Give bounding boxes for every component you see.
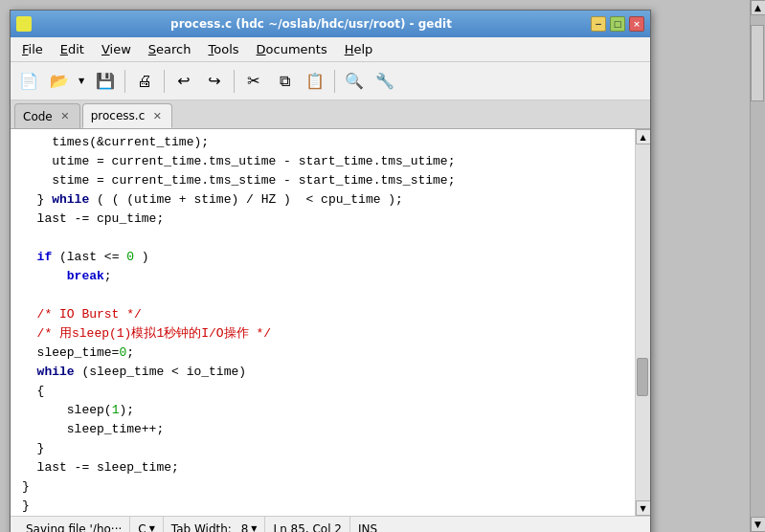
code-line: sleep_time=0;	[22, 344, 623, 363]
code-line: {	[22, 382, 623, 401]
minimize-button[interactable]: −	[591, 16, 606, 32]
code-line: }	[22, 497, 623, 516]
status-position: Ln 85, Col 2	[265, 517, 350, 532]
scroll-track[interactable]	[636, 144, 650, 500]
menu-search[interactable]: Search	[141, 40, 199, 58]
replace-button[interactable]: 🔧	[371, 67, 399, 96]
tab-process[interactable]: process.c ✕	[82, 103, 173, 128]
status-language[interactable]: C ▼	[130, 517, 164, 532]
tab-width-value	[235, 522, 238, 533]
new-button[interactable]: 📄	[14, 67, 43, 96]
language-label: C	[138, 522, 146, 533]
code-line: if (last <= 0 )	[22, 248, 623, 267]
menu-file[interactable]: File	[14, 40, 51, 58]
code-line	[22, 229, 623, 248]
outer-scroll-down[interactable]: ▼	[751, 517, 766, 532]
window-title: process.c (hdc ~/oslab/hdc/usr/root) - g…	[32, 17, 591, 31]
cut-button[interactable]: ✂	[239, 67, 268, 96]
menu-edit[interactable]: Edit	[53, 40, 92, 58]
code-line: stime = current_time.tms_stime - start_t…	[22, 171, 623, 190]
code-line	[22, 286, 623, 305]
code-line: utime = current_time.tms_utime - start_t…	[22, 152, 623, 171]
redo-button[interactable]: ↪	[200, 67, 229, 96]
tab-code-label: Code	[23, 110, 53, 123]
outer-scrollbar: ▲ ▼	[750, 0, 765, 532]
paste-button[interactable]: 📋	[301, 67, 329, 96]
print-button[interactable]: 🖨	[130, 67, 159, 96]
code-line: /* 用sleep(1)模拟1秒钟的I/O操作 */	[22, 324, 623, 344]
tab-width-dropdown-arrow: ▼	[251, 524, 257, 532]
status-mode: INS	[350, 517, 385, 532]
scroll-up-button[interactable]: ▲	[636, 129, 651, 144]
save-button[interactable]: 💾	[91, 67, 120, 96]
menu-documents[interactable]: Documents	[249, 40, 335, 58]
edit-mode: INS	[358, 522, 377, 533]
code-content: times(&current_time); utime = current_ti…	[11, 133, 635, 516]
copy-button[interactable]: ⧉	[270, 67, 299, 96]
code-line: break;	[22, 267, 623, 286]
status-tab-width[interactable]: Tab Width: 8 ▼	[164, 517, 266, 532]
status-saving-text: Saving file '/ho···	[26, 522, 122, 533]
separator-4	[334, 70, 335, 93]
window-controls: − □ ×	[591, 16, 644, 32]
find-button[interactable]: 🔍	[340, 67, 369, 96]
tab-code[interactable]: Code ✕	[14, 103, 80, 128]
open-dropdown[interactable]: ▼	[74, 67, 89, 96]
code-line: }	[22, 439, 623, 458]
code-line: last -= sleep_time;	[22, 458, 623, 477]
close-button[interactable]: ×	[629, 16, 644, 32]
separator-3	[234, 70, 235, 93]
scroll-down-button[interactable]: ▼	[636, 500, 651, 516]
language-dropdown-arrow: ▼	[149, 524, 155, 532]
vertical-scrollbar: ▲ ▼	[635, 129, 650, 516]
code-line: last -= cpu_time;	[22, 210, 623, 229]
code-line: } while ( ( (utime + stime) / HZ ) < cpu…	[22, 190, 623, 210]
tab-process-label: process.c	[91, 109, 146, 122]
editor-container: times(&current_time); utime = current_ti…	[11, 129, 650, 516]
cursor-position: Ln 85, Col 2	[273, 522, 342, 533]
separator-2	[164, 70, 165, 93]
menu-tools[interactable]: Tools	[201, 40, 247, 58]
outer-scroll-up[interactable]: ▲	[751, 0, 766, 15]
code-line: while (sleep_time < io_time)	[22, 363, 623, 382]
menu-bar: File Edit View Search Tools Documents He…	[11, 37, 650, 62]
code-line: times(&current_time);	[22, 133, 623, 152]
status-bar: Saving file '/ho··· C ▼ Tab Width: 8 ▼ L…	[11, 516, 650, 532]
code-line: sleep_time++;	[22, 420, 623, 439]
tab-width-num: 8	[241, 522, 249, 533]
tab-bar: Code ✕ process.c ✕	[11, 100, 650, 129]
open-button[interactable]: 📂	[45, 67, 74, 96]
code-editor[interactable]: times(&current_time); utime = current_ti…	[11, 129, 635, 516]
menu-view[interactable]: View	[94, 40, 139, 58]
toolbar: 📄 📂 ▼ 💾 🖨 ↩ ↪ ✂ ⧉ 📋 🔍 🔧	[11, 62, 650, 100]
tab-width-label: Tab Width:	[171, 522, 232, 533]
undo-button[interactable]: ↩	[169, 67, 198, 96]
code-line: }	[22, 477, 623, 497]
app-icon	[16, 16, 32, 32]
tab-width-dropdown[interactable]: Tab Width: 8 ▼	[171, 522, 258, 533]
main-window: process.c (hdc ~/oslab/hdc/usr/root) - g…	[10, 10, 651, 532]
menu-help[interactable]: Help	[337, 40, 381, 58]
separator-1	[124, 70, 125, 93]
code-line: /* IO Burst */	[22, 305, 623, 324]
scroll-thumb[interactable]	[637, 358, 648, 396]
language-dropdown[interactable]: C ▼	[138, 522, 155, 533]
tab-process-close[interactable]: ✕	[150, 109, 164, 122]
outer-scroll-track[interactable]	[751, 15, 765, 517]
title-bar: process.c (hdc ~/oslab/hdc/usr/root) - g…	[11, 11, 650, 37]
status-saving: Saving file '/ho···	[18, 517, 130, 532]
tab-code-close[interactable]: ✕	[58, 110, 72, 123]
maximize-button[interactable]: □	[610, 16, 625, 32]
outer-scroll-thumb[interactable]	[751, 25, 764, 101]
code-line: sleep(1);	[22, 401, 623, 420]
